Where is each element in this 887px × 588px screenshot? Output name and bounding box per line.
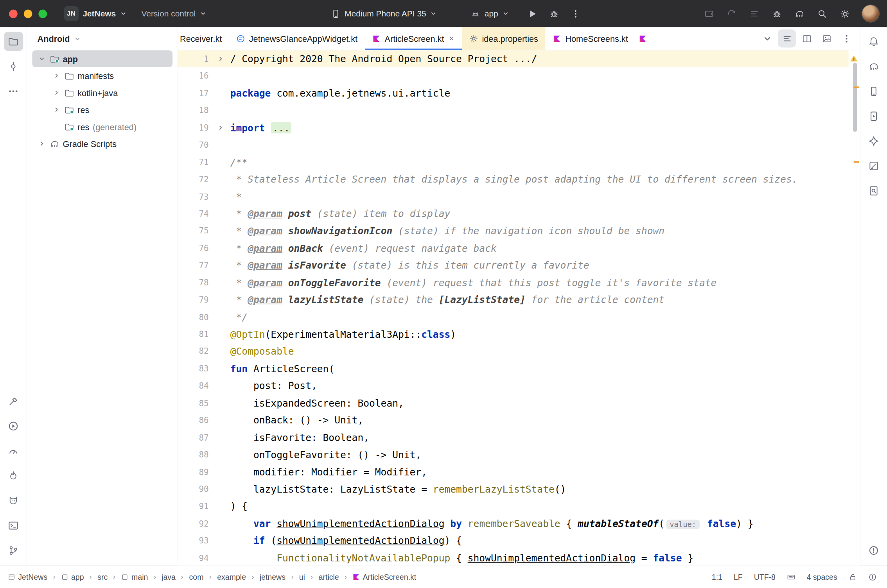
- tab-receiver-kt[interactable]: Receiver.kt: [178, 27, 229, 50]
- restore-button[interactable]: [723, 5, 741, 23]
- device-mirroring-button[interactable]: [700, 5, 718, 23]
- inspections-warning-icon[interactable]: [850, 54, 858, 63]
- line-number[interactable]: 89: [178, 463, 211, 480]
- user-avatar[interactable]: [862, 5, 879, 22]
- tab-jetnewsglanceappwidget-kt[interactable]: JetnewsGlanceAppWidget.kt: [229, 27, 365, 50]
- run-button[interactable]: [524, 5, 542, 23]
- line-number[interactable]: 75: [178, 222, 211, 240]
- tree-item-app[interactable]: app: [32, 50, 172, 67]
- code-line-87[interactable]: 87 isFavorite: Boolean,: [178, 429, 849, 446]
- line-separator-widget[interactable]: LF: [734, 573, 743, 581]
- code-line-75[interactable]: 75 * @param showNavigationIcon (state) i…: [178, 222, 849, 240]
- code-line-89[interactable]: 89 modifier: Modifier = Modifier,: [178, 463, 849, 480]
- problems-status-icon[interactable]: [868, 573, 877, 581]
- more-tools-button[interactable]: [4, 81, 23, 100]
- app-quality-insights-button[interactable]: [4, 466, 23, 485]
- line-number[interactable]: 91: [178, 498, 211, 515]
- settings-button[interactable]: [836, 5, 854, 23]
- line-number[interactable]: 77: [178, 257, 211, 274]
- line-number[interactable]: 73: [178, 188, 211, 205]
- commit-button[interactable]: [4, 57, 23, 76]
- keyboard-icon[interactable]: [787, 573, 795, 581]
- line-number[interactable]: 85: [178, 394, 211, 412]
- task-list-button[interactable]: [745, 5, 763, 23]
- code-line-16[interactable]: 16: [178, 68, 849, 85]
- chevron-right-icon[interactable]: [52, 105, 61, 114]
- line-number[interactable]: 71: [178, 154, 211, 171]
- code-line-94[interactable]: 94 FunctionalityNotAvailablePopup { show…: [178, 549, 849, 565]
- line-number[interactable]: 80: [178, 308, 211, 326]
- run-button[interactable]: [4, 416, 23, 436]
- code-line-83[interactable]: 83fun ArticleScreen(: [178, 360, 849, 377]
- version-control-button[interactable]: [4, 541, 23, 560]
- code-line-82[interactable]: 82@Composable: [178, 343, 849, 360]
- tab-idea-properties[interactable]: idea.properties: [462, 27, 546, 50]
- code-line-93[interactable]: 93 if (showUnimplementedActionDialog) {: [178, 532, 849, 549]
- gradle-sync-button[interactable]: [791, 5, 809, 23]
- running-devices-button[interactable]: [864, 106, 883, 125]
- line-number[interactable]: 74: [178, 205, 211, 222]
- line-number[interactable]: 18: [178, 102, 211, 119]
- line-number[interactable]: 86: [178, 412, 211, 429]
- close-window-button[interactable]: [9, 9, 18, 18]
- tree-item-res-generated[interactable]: res (generated): [32, 118, 172, 135]
- layout-inspector-button[interactable]: [864, 181, 883, 200]
- device-manager-button[interactable]: [864, 81, 883, 100]
- line-number[interactable]: 79: [178, 291, 211, 308]
- minimize-window-button[interactable]: [24, 9, 32, 18]
- fold-indicator[interactable]: [211, 119, 230, 136]
- split-view-button[interactable]: [797, 29, 815, 47]
- encoding-widget[interactable]: UTF-8: [754, 573, 776, 581]
- breadcrumb-item-java[interactable]: java: [162, 573, 176, 581]
- project-widget[interactable]: JN JetNews: [59, 4, 131, 23]
- tab-homescreens-kt[interactable]: HomeScreens.kt: [546, 27, 636, 50]
- more-run-actions-button[interactable]: [567, 5, 585, 23]
- close-tab-icon[interactable]: [448, 35, 455, 42]
- breadcrumb-item-com[interactable]: com: [189, 573, 204, 581]
- breadcrumb-item-jetnews[interactable]: JetNews: [8, 573, 47, 581]
- breadcrumb-item-ui[interactable]: ui: [299, 573, 305, 581]
- code-line-85[interactable]: 85 isExpandedScreen: Boolean,: [178, 394, 849, 412]
- line-number[interactable]: 84: [178, 377, 211, 394]
- problems-button[interactable]: [864, 541, 883, 560]
- code-line-72[interactable]: 72 * Stateless Article Screen that displ…: [178, 171, 849, 188]
- tree-item-kotlin-java[interactable]: kotlin+java: [32, 84, 172, 101]
- chevron-down-icon[interactable]: [37, 54, 46, 63]
- maximize-window-button[interactable]: [38, 9, 47, 18]
- breadcrumb-item-main[interactable]: main: [121, 573, 148, 581]
- code-line-19[interactable]: 19import ...: [178, 119, 849, 136]
- line-number[interactable]: 81: [178, 326, 211, 343]
- scrollbar-thumb[interactable]: [853, 63, 857, 132]
- logcat-button[interactable]: [4, 491, 23, 510]
- breadcrumb-item-articlescreen-kt[interactable]: ArticleScreen.kt: [352, 573, 416, 581]
- line-number[interactable]: 19: [178, 119, 211, 136]
- code-line-91[interactable]: 91) {: [178, 498, 849, 515]
- notifications-button[interactable]: [864, 32, 883, 51]
- tab-clipped[interactable]: [636, 27, 646, 50]
- line-number[interactable]: 82: [178, 343, 211, 360]
- run-config-selector[interactable]: app: [466, 4, 513, 23]
- line-number[interactable]: 83: [178, 360, 211, 377]
- breadcrumb-item-article[interactable]: article: [319, 573, 339, 581]
- vcs-widget[interactable]: Version control: [137, 4, 211, 23]
- line-number[interactable]: 17: [178, 85, 211, 102]
- line-number[interactable]: 94: [178, 549, 211, 565]
- line-number[interactable]: 93: [178, 532, 211, 549]
- code-line-71[interactable]: 71/**: [178, 154, 849, 171]
- breadcrumb-item-example[interactable]: example: [217, 573, 246, 581]
- code-line-18[interactable]: 18: [178, 102, 849, 119]
- tree-item-gradle-scripts[interactable]: Gradle Scripts: [32, 135, 172, 152]
- chevron-right-icon[interactable]: [37, 139, 46, 148]
- more-options-button[interactable]: [837, 29, 855, 47]
- write-access-unlock-icon[interactable]: [849, 573, 857, 581]
- code-line-77[interactable]: 77 * @param isFavorite (state) is this i…: [178, 257, 849, 274]
- code-line-84[interactable]: 84 post: Post,: [178, 377, 849, 394]
- code-line-73[interactable]: 73 *: [178, 188, 849, 205]
- code-line-81[interactable]: 81@OptIn(ExperimentalMaterial3Api::class…: [178, 326, 849, 343]
- code-line-88[interactable]: 88 onToggleFavorite: () -> Unit,: [178, 446, 849, 463]
- breadcrumb-item-app[interactable]: app: [61, 573, 84, 581]
- code-line-92[interactable]: 92 var showUnimplementedActionDialog by …: [178, 515, 849, 532]
- tree-item-manifests[interactable]: manifests: [32, 67, 172, 84]
- compose-preview-button[interactable]: [864, 156, 883, 175]
- line-number[interactable]: 76: [178, 240, 211, 257]
